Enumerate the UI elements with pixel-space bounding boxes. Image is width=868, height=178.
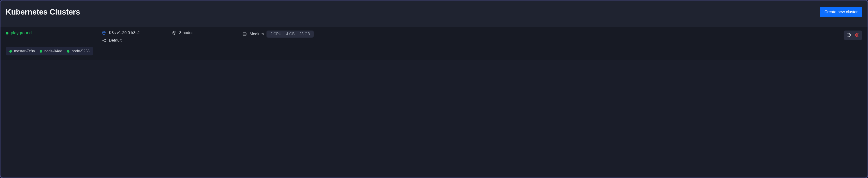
svg-point-1 bbox=[102, 40, 103, 41]
cluster-name-cell[interactable]: playground bbox=[6, 31, 97, 35]
size-label: Medium bbox=[250, 32, 264, 36]
svg-rect-7 bbox=[243, 34, 246, 35]
svg-point-9 bbox=[244, 35, 244, 35]
status-dot-icon bbox=[40, 50, 42, 53]
node-chip[interactable]: master-7c8a bbox=[9, 49, 35, 53]
cluster-actions bbox=[844, 31, 862, 40]
svg-line-4 bbox=[103, 39, 104, 40]
status-dot-icon bbox=[67, 50, 69, 53]
svg-point-2 bbox=[104, 39, 105, 40]
node-chip[interactable]: node-5258 bbox=[67, 49, 90, 53]
share-icon bbox=[102, 38, 106, 42]
svg-rect-6 bbox=[243, 33, 246, 34]
svg-point-0 bbox=[103, 32, 105, 33]
create-cluster-button[interactable]: Create new cluster bbox=[820, 7, 862, 17]
nodes-count-cell: 3 nodes bbox=[172, 31, 238, 35]
page-title: Kubernetes Clusters bbox=[6, 7, 80, 17]
node-name: node-5258 bbox=[71, 49, 90, 53]
nodes-count-text: 3 nodes bbox=[179, 31, 193, 35]
network-info: Default bbox=[102, 38, 167, 43]
server-icon bbox=[243, 32, 247, 36]
nodes-list: master-7c8a node-04ed node-5258 bbox=[6, 47, 93, 55]
network-text: Default bbox=[109, 38, 122, 43]
cluster-row: playground K3s v1.20.0-k3s2 bbox=[0, 27, 868, 60]
svg-point-3 bbox=[104, 41, 105, 42]
kubernetes-icon bbox=[102, 31, 106, 35]
spec-cpu: 2 CPU bbox=[268, 31, 283, 37]
status-dot-icon bbox=[6, 32, 8, 34]
node-name: master-7c8a bbox=[14, 49, 35, 53]
distro-text: K3s v1.20.0-k3s2 bbox=[109, 31, 140, 35]
cluster-name: playground bbox=[11, 31, 32, 35]
size-cell: Medium 2 CPU 4 GB 25 GB bbox=[243, 31, 314, 37]
status-dot-icon bbox=[9, 50, 12, 53]
cube-icon bbox=[172, 31, 177, 35]
delete-button[interactable] bbox=[853, 31, 862, 39]
spec-disk: 25 GB bbox=[298, 31, 312, 37]
node-chip[interactable]: node-04ed bbox=[40, 49, 62, 53]
node-name: node-04ed bbox=[44, 49, 62, 53]
dashboard-button[interactable] bbox=[844, 31, 853, 39]
distro-info: K3s v1.20.0-k3s2 bbox=[102, 31, 167, 35]
svg-point-8 bbox=[244, 33, 244, 34]
spec-chips: 2 CPU 4 GB 25 GB bbox=[267, 31, 314, 37]
spec-ram: 4 GB bbox=[284, 31, 297, 37]
close-circle-icon bbox=[855, 33, 860, 38]
gauge-icon bbox=[846, 33, 851, 38]
svg-line-5 bbox=[103, 41, 104, 41]
svg-point-11 bbox=[848, 34, 849, 35]
